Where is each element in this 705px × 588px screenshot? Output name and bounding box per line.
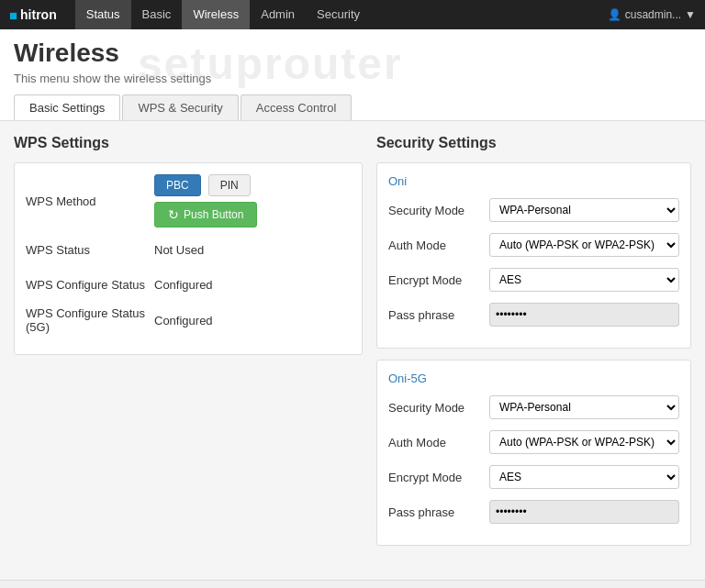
content-area: WPS Settings WPS Method PBC PIN ↻ Push B… [0, 121, 705, 580]
push-button[interactable]: ↻ Push Button [154, 202, 257, 227]
wps-configure5g-value: Configured [154, 314, 213, 327]
oni5g-passphrase-label: Pass phrase [388, 505, 489, 519]
wps-panel: WPS Settings WPS Method PBC PIN ↻ Push B… [14, 135, 363, 566]
oni5g-security-mode-control: WPA-Personal None WPA2-Personal WPA/WPA2… [489, 395, 679, 419]
oni-passphrase-input[interactable] [489, 303, 679, 327]
oni-security-mode-control: WPA-Personal None WPA2-Personal WPA/WPA2… [489, 198, 679, 222]
oni-encrypt-mode-control: AES TKIP AES+TKIP [489, 268, 679, 292]
tabs: Basic Settings WPS & Security Access Con… [14, 94, 691, 120]
oni5g-section: Oni-5G Security Mode WPA-Personal None W… [376, 360, 691, 546]
wps-form: WPS Method PBC PIN ↻ Push Button WPS Sta… [14, 162, 363, 355]
oni5g-security-mode-select[interactable]: WPA-Personal None WPA2-Personal WPA/WPA2… [489, 395, 679, 419]
oni-security-mode-select[interactable]: WPA-Personal None WPA2-Personal WPA/WPA2… [489, 198, 679, 222]
security-section-title: Security Settings [376, 135, 691, 151]
logo-text: hitron [20, 7, 57, 22]
oni-section: Oni Security Mode WPA-Personal None WPA2… [376, 162, 691, 349]
oni5g-auth-mode-row: Auth Mode Auto (WPA-PSK or WPA2-PSK) WPA… [388, 429, 679, 455]
wps-status-row: WPS Status Not Used [26, 237, 351, 262]
pin-button[interactable]: PIN [208, 174, 251, 196]
oni5g-passphrase-row: Pass phrase [388, 499, 679, 525]
page-header: setuprouter Wireless This menu show the … [0, 29, 705, 121]
oni5g-encrypt-mode-select[interactable]: AES TKIP AES+TKIP [489, 465, 679, 489]
wps-method-controls: PBC PIN ↻ Push Button [154, 174, 257, 227]
wps-configure-value: Configured [154, 278, 213, 292]
nav-wireless[interactable]: Wireless [182, 0, 250, 29]
oni5g-encrypt-mode-label: Encrypt Mode [388, 471, 489, 484]
wps-method-label: WPS Method [26, 194, 154, 208]
nav-status[interactable]: Status [75, 0, 131, 29]
oni-security-mode-label: Security Mode [388, 204, 489, 217]
wps-status-label: WPS Status [26, 243, 154, 257]
push-button-label: Push Button [184, 208, 243, 221]
oni5g-encrypt-mode-row: Encrypt Mode AES TKIP AES+TKIP [388, 464, 679, 490]
tab-access-control[interactable]: Access Control [241, 94, 352, 120]
footer: Save Changes Cancel Help [0, 580, 705, 588]
oni-security-mode-row: Security Mode WPA-Personal None WPA2-Per… [388, 197, 679, 223]
refresh-icon: ↻ [168, 207, 179, 222]
oni5g-security-mode-label: Security Mode [388, 401, 489, 415]
oni-auth-mode-row: Auth Mode Auto (WPA-PSK or WPA2-PSK) WPA… [388, 232, 679, 258]
oni-passphrase-row: Pass phrase [388, 302, 679, 327]
oni5g-passphrase-input[interactable] [489, 500, 679, 524]
topnav-user: 👤 cusadmin... ▼ [608, 8, 696, 21]
wps-section-title: WPS Settings [14, 135, 363, 151]
oni-auth-mode-select[interactable]: Auto (WPA-PSK or WPA2-PSK) WPA-PSK WPA2-… [489, 233, 679, 257]
oni5g-passphrase-control [489, 500, 679, 524]
wps-status-value: Not Used [154, 243, 204, 257]
wps-method-row: WPS Method PBC PIN ↻ Push Button [26, 174, 351, 227]
wps-configure5g-label: WPS Configure Status (5G) [26, 306, 154, 334]
wps-method-buttons: PBC PIN [154, 174, 257, 196]
page-subtitle: This menu show the wireless settings [14, 72, 691, 85]
topnav-links: Status Basic Wireless Admin Security [75, 0, 608, 29]
oni5g-auth-mode-label: Auth Mode [388, 436, 489, 449]
oni-encrypt-mode-label: Encrypt Mode [388, 273, 489, 287]
nav-basic[interactable]: Basic [131, 0, 183, 29]
logo: ■ hitron [9, 7, 57, 23]
oni-encrypt-mode-row: Encrypt Mode AES TKIP AES+TKIP [388, 267, 679, 293]
logo-h-icon: ■ [9, 7, 17, 23]
oni5g-encrypt-mode-control: AES TKIP AES+TKIP [489, 465, 679, 489]
nav-security[interactable]: Security [306, 0, 371, 29]
topnav: ■ hitron Status Basic Wireless Admin Sec… [0, 0, 705, 29]
oni-label: Oni [388, 174, 679, 188]
oni5g-auth-mode-select[interactable]: Auto (WPA-PSK or WPA2-PSK) WPA-PSK WPA2-… [489, 430, 679, 454]
tab-wps-security[interactable]: WPS & Security [122, 94, 238, 120]
oni-passphrase-label: Pass phrase [388, 308, 489, 322]
wps-configure5g-row: WPS Configure Status (5G) Configured [26, 306, 351, 334]
wps-configure-label: WPS Configure Status [26, 278, 154, 292]
oni5g-label: Oni-5G [388, 372, 679, 385]
oni5g-security-mode-row: Security Mode WPA-Personal None WPA2-Per… [388, 394, 679, 420]
wps-configure-row: WPS Configure Status Configured [26, 272, 351, 297]
page-title: Wireless [14, 39, 691, 68]
oni-encrypt-mode-select[interactable]: AES TKIP AES+TKIP [489, 268, 679, 292]
tab-basic-settings[interactable]: Basic Settings [14, 94, 120, 120]
security-panel: Security Settings Oni Security Mode WPA-… [376, 135, 691, 566]
oni5g-auth-mode-control: Auto (WPA-PSK or WPA2-PSK) WPA-PSK WPA2-… [489, 430, 679, 454]
oni-passphrase-control [489, 303, 679, 327]
user-dropdown-icon[interactable]: ▼ [685, 8, 696, 21]
nav-admin[interactable]: Admin [250, 0, 306, 29]
pbc-button[interactable]: PBC [154, 174, 201, 196]
username: cusadmin... [625, 8, 681, 21]
oni-auth-mode-control: Auto (WPA-PSK or WPA2-PSK) WPA-PSK WPA2-… [489, 233, 679, 257]
user-icon: 👤 [608, 8, 621, 21]
oni-auth-mode-label: Auth Mode [388, 239, 489, 252]
